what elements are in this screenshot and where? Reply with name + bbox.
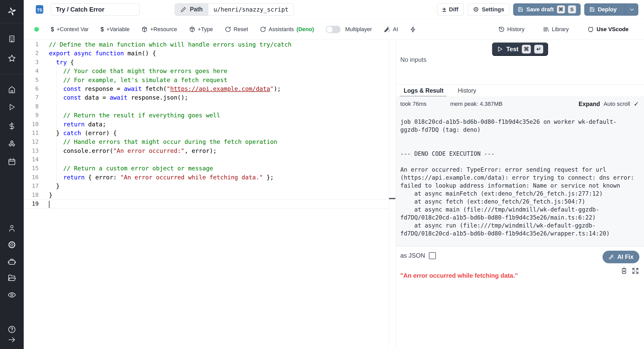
- code-line[interactable]: 6 const response = await fetch("https://…: [24, 84, 389, 93]
- reset-button[interactable]: Reset: [225, 26, 248, 33]
- home-icon: [8, 85, 16, 94]
- auto-scroll-label[interactable]: Auto scroll: [604, 101, 630, 107]
- library-button[interactable]: Library: [543, 26, 569, 33]
- assistants-button[interactable]: Assistants (Deno): [260, 26, 314, 33]
- use-vscode-button[interactable]: Use VScode: [587, 26, 629, 33]
- code-line[interactable]: 2export async function main() {: [24, 49, 389, 58]
- line-number: 19: [24, 199, 39, 208]
- expand-result-button[interactable]: [632, 267, 639, 275]
- windmill-script-editor: TS Path u/henri/snazzy_script ± Diff Set…: [0, 0, 644, 349]
- line-content: try {: [49, 58, 74, 67]
- settings-button[interactable]: Settings: [468, 3, 510, 16]
- sidebar-item-audit-logs[interactable]: [7, 290, 16, 300]
- path-button[interactable]: Path u/henri/snazzy_script: [175, 3, 294, 16]
- code-line[interactable]: 18}: [24, 191, 389, 199]
- mem-peak-label: mem peak: 4.387MB: [450, 101, 503, 107]
- multiplayer-toggle[interactable]: [326, 26, 341, 33]
- sidebar-item-settings[interactable]: [7, 240, 16, 249]
- line-number: 18: [24, 191, 39, 199]
- wand-icon: [384, 26, 390, 33]
- diff-button[interactable]: ± Diff: [437, 3, 464, 16]
- sidebar-item-schedules[interactable]: [7, 157, 16, 166]
- add-resource-button[interactable]: +Resource: [141, 26, 177, 33]
- add-context-var-button[interactable]: $ +Context Var: [51, 26, 89, 33]
- topbar: TS Path u/henri/snazzy_script ± Diff Set…: [24, 0, 644, 19]
- script-title-input[interactable]: [51, 3, 140, 16]
- sidebar-item-favorites[interactable]: [7, 54, 16, 63]
- sidebar-item-workspace[interactable]: [7, 34, 16, 43]
- code-line[interactable]: 10 return data;: [24, 120, 389, 129]
- code-line[interactable]: 5 // For example, let's simulate a fetch…: [24, 76, 389, 84]
- pencil-icon: [181, 7, 186, 12]
- history-icon: [498, 26, 505, 32]
- copy-result-button[interactable]: [621, 267, 628, 275]
- log-output: job 018c20cd-a1b5-bd6b-0d80-f1b9d4c35e26…: [400, 118, 640, 238]
- ai-button[interactable]: AI: [384, 26, 398, 33]
- save-draft-button[interactable]: Save draft ⌘ S: [513, 3, 580, 16]
- line-content: }: [49, 182, 60, 190]
- line-content: // Your code that might throw errors goe…: [49, 67, 227, 75]
- package-icon: [189, 26, 195, 32]
- editor-scrollbar[interactable]: [389, 40, 396, 349]
- code-line[interactable]: 16 return { error: "An error occurred wh…: [24, 173, 389, 182]
- sidebar-item-runs[interactable]: [7, 102, 16, 112]
- history-button[interactable]: History: [498, 26, 524, 33]
- tab-history[interactable]: History: [458, 87, 476, 94]
- code-line[interactable]: 17 }: [24, 182, 389, 190]
- code-editor[interactable]: 1// Define the main function which will …: [24, 40, 396, 349]
- toolbar-right: History Library Use VScode: [498, 26, 629, 33]
- code-line[interactable]: 3 try {: [24, 58, 389, 67]
- calendar-icon: [8, 158, 16, 166]
- code-line[interactable]: 7 const data = await response.json();: [24, 93, 389, 102]
- quick-actions-button[interactable]: [410, 26, 416, 33]
- dollar-icon: $: [51, 26, 54, 33]
- code-line[interactable]: 4 // Your code that might throw errors g…: [24, 67, 389, 75]
- code-line[interactable]: 1// Define the main function which will …: [24, 40, 389, 49]
- sidebar-item-folders[interactable]: [7, 273, 16, 283]
- diff-label: Diff: [449, 6, 459, 13]
- plus-minus-icon: ±: [443, 6, 446, 13]
- code-lines: 1// Define the main function which will …: [24, 40, 389, 349]
- code-line[interactable]: 11 } catch (error) {: [24, 129, 389, 137]
- vscode-icon: [587, 26, 594, 33]
- ai-fix-button[interactable]: AI Fix: [603, 251, 639, 263]
- line-number: 10: [24, 120, 39, 129]
- expand-button[interactable]: Expand: [579, 101, 600, 108]
- chevron-down-icon: [629, 7, 635, 12]
- duration-label: took 76ms: [400, 101, 427, 107]
- code-line[interactable]: 19: [24, 199, 389, 208]
- test-label: Test: [506, 46, 519, 53]
- sidebar-item-resources[interactable]: [7, 139, 16, 149]
- deploy-dropdown[interactable]: [625, 3, 638, 16]
- line-number: 16: [24, 173, 39, 182]
- code-line[interactable]: 12 // Handle errors that might occur dur…: [24, 137, 389, 146]
- windmill-logo[interactable]: [7, 7, 16, 16]
- deploy-button[interactable]: Deploy: [584, 3, 638, 16]
- dollar-icon: $: [100, 26, 104, 33]
- code-line[interactable]: 8: [24, 102, 389, 111]
- as-json-checkbox[interactable]: [429, 252, 436, 259]
- expand-icon: [632, 267, 639, 274]
- sidebar-item-home[interactable]: [7, 85, 16, 94]
- settings-label: Settings: [482, 6, 504, 13]
- save-draft-label: Save draft: [526, 6, 554, 13]
- dollar-icon: [8, 122, 16, 130]
- tab-logs-result[interactable]: Logs & Result: [404, 87, 444, 94]
- test-button[interactable]: Test ⌘ ↵: [492, 42, 548, 56]
- code-line[interactable]: 13 console.error("An error occurred:", e…: [24, 146, 389, 155]
- path-label: Path: [190, 6, 203, 13]
- line-number: 14: [24, 155, 39, 164]
- sidebar-item-help[interactable]: [7, 325, 16, 334]
- add-context-var-label: +Context Var: [57, 26, 89, 33]
- sidebar-item-users[interactable]: [7, 223, 16, 233]
- code-line[interactable]: 9 // Return the result if everything goe…: [24, 111, 389, 120]
- add-variable-button[interactable]: $ +Variable: [100, 26, 130, 33]
- code-line[interactable]: 14: [24, 155, 389, 164]
- robot-icon: [7, 257, 16, 266]
- code-line[interactable]: 15 // Return a custom error object or me…: [24, 164, 389, 173]
- sidebar-item-variables[interactable]: [7, 121, 16, 131]
- add-type-button[interactable]: +Type: [189, 26, 213, 33]
- cubes-icon: [7, 139, 16, 148]
- sidebar-item-workers[interactable]: [7, 257, 16, 266]
- sidebar-expand[interactable]: [7, 335, 16, 344]
